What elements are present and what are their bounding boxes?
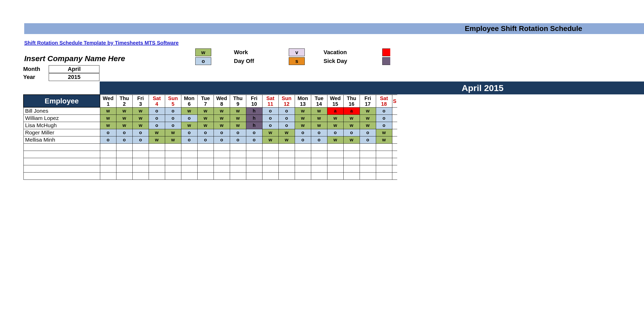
shift-cell[interactable]: w bbox=[327, 115, 343, 122]
shift-cell[interactable]: w bbox=[360, 107, 376, 115]
shift-cell-empty[interactable] bbox=[295, 172, 311, 180]
shift-cell[interactable]: w bbox=[181, 107, 197, 115]
shift-cell[interactable]: w bbox=[343, 115, 360, 122]
shift-cell-empty[interactable] bbox=[116, 151, 132, 158]
shift-cell[interactable]: o bbox=[295, 136, 311, 143]
shift-cell[interactable] bbox=[392, 136, 397, 143]
shift-cell-empty[interactable] bbox=[376, 158, 392, 165]
shift-cell[interactable]: w bbox=[376, 129, 392, 136]
shift-cell[interactable]: o bbox=[181, 115, 197, 122]
shift-cell[interactable]: o bbox=[149, 107, 165, 115]
shift-cell-empty[interactable] bbox=[360, 172, 376, 180]
shift-cell-empty[interactable] bbox=[343, 143, 360, 151]
shift-cell-empty[interactable] bbox=[230, 158, 246, 165]
employee-name[interactable]: William Lopez bbox=[23, 115, 100, 122]
shift-cell[interactable]: w bbox=[295, 107, 311, 115]
shift-cell[interactable]: w bbox=[181, 122, 197, 129]
shift-cell-empty[interactable] bbox=[165, 151, 181, 158]
shift-cell-empty[interactable] bbox=[262, 172, 278, 180]
shift-cell[interactable]: w bbox=[360, 115, 376, 122]
shift-cell-empty[interactable] bbox=[311, 158, 327, 165]
shift-cell-empty[interactable] bbox=[214, 158, 230, 165]
shift-cell-empty[interactable] bbox=[214, 151, 230, 158]
employee-name[interactable]: Roger Miller bbox=[23, 129, 100, 136]
shift-cell-empty[interactable] bbox=[181, 165, 197, 172]
shift-cell[interactable]: w bbox=[100, 107, 116, 115]
shift-cell-empty[interactable] bbox=[360, 165, 376, 172]
shift-cell-empty[interactable] bbox=[295, 165, 311, 172]
shift-cell[interactable]: o bbox=[376, 115, 392, 122]
shift-cell[interactable]: w bbox=[327, 122, 343, 129]
shift-cell[interactable]: w bbox=[116, 115, 132, 122]
shift-cell[interactable]: w bbox=[100, 122, 116, 129]
shift-cell[interactable]: o bbox=[116, 136, 132, 143]
shift-cell-empty[interactable] bbox=[343, 165, 360, 172]
shift-cell-empty[interactable] bbox=[116, 143, 132, 151]
shift-cell[interactable]: o bbox=[262, 122, 278, 129]
shift-cell-empty[interactable] bbox=[165, 172, 181, 180]
shift-cell[interactable]: w bbox=[197, 122, 214, 129]
shift-cell[interactable]: w bbox=[262, 129, 278, 136]
shift-cell-empty[interactable] bbox=[149, 172, 165, 180]
shift-cell[interactable]: h bbox=[246, 122, 262, 129]
shift-cell[interactable]: o bbox=[311, 136, 327, 143]
shift-cell-empty[interactable] bbox=[392, 158, 397, 165]
employee-name[interactable]: Mellisa Minh bbox=[23, 136, 100, 143]
shift-cell[interactable]: w bbox=[230, 115, 246, 122]
shift-cell[interactable]: o bbox=[246, 136, 262, 143]
shift-cell[interactable]: o bbox=[230, 136, 246, 143]
shift-cell[interactable]: o bbox=[343, 129, 360, 136]
employee-name[interactable]: Bill Jones bbox=[23, 107, 100, 115]
shift-cell-empty[interactable] bbox=[262, 165, 278, 172]
shift-cell-empty[interactable] bbox=[246, 151, 262, 158]
employee-name-empty[interactable] bbox=[23, 151, 100, 158]
shift-cell-empty[interactable] bbox=[262, 158, 278, 165]
shift-cell-empty[interactable] bbox=[327, 172, 343, 180]
shift-cell[interactable]: w bbox=[116, 107, 132, 115]
shift-cell[interactable]: o bbox=[278, 115, 295, 122]
shift-cell-empty[interactable] bbox=[149, 151, 165, 158]
shift-cell[interactable]: w bbox=[343, 122, 360, 129]
shift-cell[interactable]: w bbox=[295, 115, 311, 122]
shift-cell[interactable]: w bbox=[100, 115, 116, 122]
shift-cell-empty[interactable] bbox=[327, 143, 343, 151]
shift-cell-empty[interactable] bbox=[392, 165, 397, 172]
shift-cell-empty[interactable] bbox=[360, 158, 376, 165]
shift-cell-empty[interactable] bbox=[197, 172, 214, 180]
shift-cell-empty[interactable] bbox=[327, 165, 343, 172]
shift-cell[interactable]: o bbox=[116, 129, 132, 136]
shift-cell[interactable]: o bbox=[165, 122, 181, 129]
shift-cell[interactable]: o bbox=[100, 129, 116, 136]
shift-cell-empty[interactable] bbox=[392, 151, 397, 158]
shift-cell[interactable]: o bbox=[327, 129, 343, 136]
shift-cell-empty[interactable] bbox=[100, 172, 116, 180]
shift-cell-empty[interactable] bbox=[376, 151, 392, 158]
shift-cell[interactable]: o bbox=[132, 129, 149, 136]
shift-cell[interactable]: o bbox=[214, 136, 230, 143]
shift-cell[interactable]: w bbox=[295, 122, 311, 129]
shift-cell[interactable] bbox=[392, 122, 397, 129]
shift-cell-empty[interactable] bbox=[214, 172, 230, 180]
shift-cell-empty[interactable] bbox=[262, 143, 278, 151]
shift-cell-empty[interactable] bbox=[132, 165, 149, 172]
shift-cell[interactable]: w bbox=[311, 107, 327, 115]
shift-cell[interactable]: o bbox=[181, 136, 197, 143]
shift-cell[interactable]: o bbox=[197, 136, 214, 143]
shift-cell-empty[interactable] bbox=[214, 165, 230, 172]
shift-cell-empty[interactable] bbox=[165, 165, 181, 172]
shift-cell[interactable]: a bbox=[343, 107, 360, 115]
shift-cell-empty[interactable] bbox=[311, 143, 327, 151]
shift-cell[interactable]: o bbox=[197, 129, 214, 136]
shift-cell-empty[interactable] bbox=[181, 158, 197, 165]
shift-cell[interactable]: o bbox=[181, 129, 197, 136]
shift-cell[interactable]: w bbox=[343, 136, 360, 143]
shift-cell[interactable]: o bbox=[278, 122, 295, 129]
employee-name-empty[interactable] bbox=[23, 172, 100, 180]
shift-cell[interactable]: w bbox=[197, 115, 214, 122]
shift-cell[interactable] bbox=[392, 129, 397, 136]
shift-cell-empty[interactable] bbox=[278, 151, 295, 158]
shift-cell-empty[interactable] bbox=[149, 143, 165, 151]
shift-cell[interactable]: o bbox=[376, 122, 392, 129]
shift-cell[interactable]: w bbox=[230, 122, 246, 129]
shift-cell[interactable]: w bbox=[230, 107, 246, 115]
